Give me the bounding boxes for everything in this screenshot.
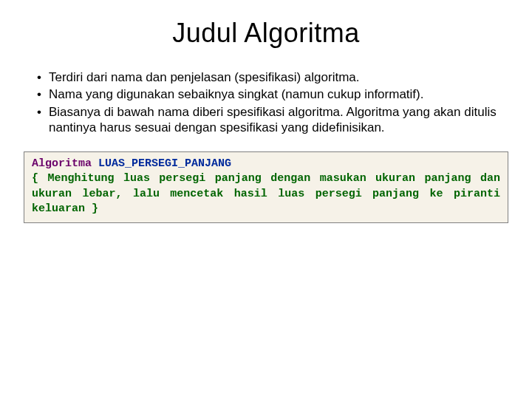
list-item: Biasanya di bawah nama diberi spesifikas… — [34, 104, 498, 136]
bullet-list: Terdiri dari nama dan penjelasan (spesif… — [34, 69, 498, 135]
list-item: Nama yang digunakan sebaiknya singkat (n… — [34, 86, 498, 102]
code-example-box: Algoritma LUAS_PERSEGI_PANJANG { Menghit… — [24, 151, 508, 223]
page-title: Judul Algoritma — [0, 18, 532, 49]
code-name: LUAS_PERSEGI_PANJANG — [98, 157, 231, 170]
list-item: Terdiri dari nama dan penjelasan (spesif… — [34, 69, 498, 85]
slide: Judul Algoritma Terdiri dari nama dan pe… — [0, 18, 532, 399]
code-comment: { Menghitung luas persegi panjang dengan… — [32, 172, 500, 215]
code-keyword: Algoritma — [32, 157, 92, 170]
